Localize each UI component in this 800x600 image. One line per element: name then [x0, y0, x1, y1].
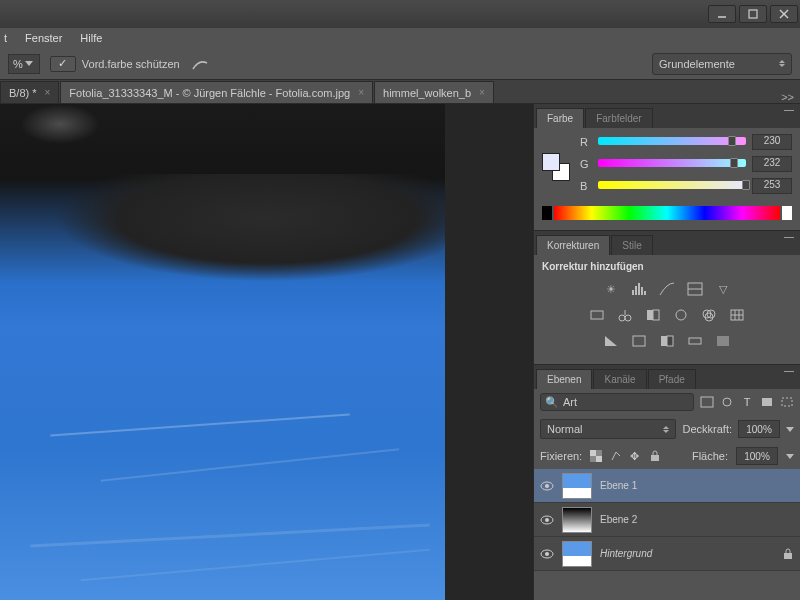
panel-menu-icon[interactable]: [784, 237, 794, 238]
tab-farbfelder[interactable]: Farbfelder: [585, 108, 653, 128]
layer-name[interactable]: Ebene 1: [600, 480, 794, 491]
visibility-icon[interactable]: [540, 479, 554, 493]
filter-type-icon[interactable]: T: [740, 395, 754, 409]
lock-all-icon[interactable]: [650, 450, 662, 462]
chevron-down-icon[interactable]: [786, 427, 794, 432]
lock-icon: [782, 548, 794, 560]
color-spectrum[interactable]: [554, 206, 780, 220]
svg-rect-26: [633, 336, 645, 346]
invert-icon[interactable]: [602, 332, 620, 350]
posterize-icon[interactable]: [630, 332, 648, 350]
filter-pixel-icon[interactable]: [700, 395, 714, 409]
close-icon[interactable]: ×: [479, 87, 485, 98]
layer-name[interactable]: Hintergrund: [600, 548, 774, 559]
color-balance-icon[interactable]: [616, 306, 634, 324]
visibility-icon[interactable]: [540, 513, 554, 527]
svg-rect-37: [596, 456, 602, 462]
window-titlebar: [0, 0, 800, 28]
blend-mode-dropdown[interactable]: Normal: [540, 419, 676, 439]
svg-rect-1: [749, 10, 757, 18]
workspace-dropdown[interactable]: Grundelemente: [652, 53, 792, 75]
layer-row[interactable]: Ebene 1: [534, 469, 800, 503]
foreground-color-swatch[interactable]: [542, 153, 560, 171]
lock-pixels-icon[interactable]: [610, 450, 622, 462]
svg-rect-6: [638, 283, 640, 295]
menu-item[interactable]: t: [4, 32, 7, 44]
layer-thumbnail[interactable]: [562, 507, 592, 533]
panel-menu-icon[interactable]: [784, 110, 794, 111]
gradient-map-icon[interactable]: [686, 332, 704, 350]
tab-stile[interactable]: Stile: [611, 235, 652, 255]
color-swatches[interactable]: [542, 153, 570, 181]
tab-farbe[interactable]: Farbe: [536, 108, 584, 128]
filter-smart-icon[interactable]: [780, 395, 794, 409]
menu-fenster[interactable]: Fenster: [25, 32, 62, 44]
document-tab[interactable]: B/8) *×: [0, 81, 59, 103]
filter-shape-icon[interactable]: [760, 395, 774, 409]
b-slider[interactable]: [598, 181, 746, 191]
lock-transparent-icon[interactable]: [590, 450, 602, 462]
tab-korrekturen[interactable]: Korrekturen: [536, 235, 610, 255]
visibility-icon[interactable]: [540, 547, 554, 561]
fill-input[interactable]: 100%: [736, 447, 778, 465]
document-tabs: B/8) *× Fotolia_31333343_M - © Jürgen Fä…: [0, 80, 800, 104]
svg-rect-28: [667, 336, 673, 346]
r-value[interactable]: 230: [752, 134, 792, 150]
svg-rect-45: [784, 553, 792, 559]
chevron-down-icon[interactable]: [786, 454, 794, 459]
close-button[interactable]: [770, 5, 798, 23]
b-value[interactable]: 253: [752, 178, 792, 194]
document-tab[interactable]: Fotolia_31333343_M - © Jürgen Fälchle - …: [60, 81, 373, 103]
document-canvas[interactable]: [0, 104, 533, 600]
g-value[interactable]: 232: [752, 156, 792, 172]
r-slider[interactable]: [598, 137, 746, 147]
b-label: B: [580, 180, 592, 192]
svg-rect-38: [651, 455, 659, 461]
bw-icon[interactable]: [644, 306, 662, 324]
channel-mixer-icon[interactable]: [700, 306, 718, 324]
close-icon[interactable]: ×: [45, 87, 51, 98]
check-icon: [50, 56, 76, 72]
photo-filter-icon[interactable]: [672, 306, 690, 324]
layer-filter-dropdown[interactable]: 🔍Art: [540, 393, 694, 411]
minimize-button[interactable]: [708, 5, 736, 23]
opacity-input[interactable]: 100%: [738, 420, 780, 438]
g-label: G: [580, 158, 592, 170]
protect-foreground-checkbox[interactable]: Vord.farbe schützen: [50, 56, 180, 72]
tab-ebenen[interactable]: Ebenen: [536, 369, 592, 389]
tab-kanaele[interactable]: Kanäle: [593, 369, 646, 389]
document-tab[interactable]: himmel_wolken_b×: [374, 81, 494, 103]
lock-position-icon[interactable]: ✥: [630, 450, 642, 462]
levels-icon[interactable]: [630, 280, 648, 298]
brush-pressure-icon[interactable]: [190, 55, 210, 73]
curves-icon[interactable]: [658, 280, 676, 298]
menu-hilfe[interactable]: Hilfe: [80, 32, 102, 44]
threshold-icon[interactable]: [658, 332, 676, 350]
vibrance-icon[interactable]: ▽: [714, 280, 732, 298]
svg-rect-4: [632, 290, 634, 295]
layer-thumbnail[interactable]: [562, 541, 592, 567]
maximize-button[interactable]: [739, 5, 767, 23]
svg-rect-11: [591, 311, 603, 319]
brightness-icon[interactable]: ☀: [602, 280, 620, 298]
svg-point-12: [619, 315, 625, 321]
opacity-label: Deckkraft:: [682, 423, 732, 435]
chevron-down-icon: [25, 61, 33, 66]
hue-icon[interactable]: [588, 306, 606, 324]
exposure-icon[interactable]: [686, 280, 704, 298]
opacity-percent-dropdown[interactable]: %: [8, 54, 40, 74]
layer-thumbnail[interactable]: [562, 473, 592, 499]
filter-adjust-icon[interactable]: [720, 395, 734, 409]
layer-list: Ebene 1 Ebene 2 Hintergrund: [534, 469, 800, 571]
selective-color-icon[interactable]: [714, 332, 732, 350]
close-icon[interactable]: ×: [358, 87, 364, 98]
fill-label: Fläche:: [692, 450, 728, 462]
layer-row[interactable]: Hintergrund: [534, 537, 800, 571]
tab-pfade[interactable]: Pfade: [648, 369, 696, 389]
tab-overflow-button[interactable]: >>: [781, 91, 794, 103]
layer-name[interactable]: Ebene 2: [600, 514, 794, 525]
g-slider[interactable]: [598, 159, 746, 169]
color-lookup-icon[interactable]: [728, 306, 746, 324]
layer-row[interactable]: Ebene 2: [534, 503, 800, 537]
panel-menu-icon[interactable]: [784, 371, 794, 372]
